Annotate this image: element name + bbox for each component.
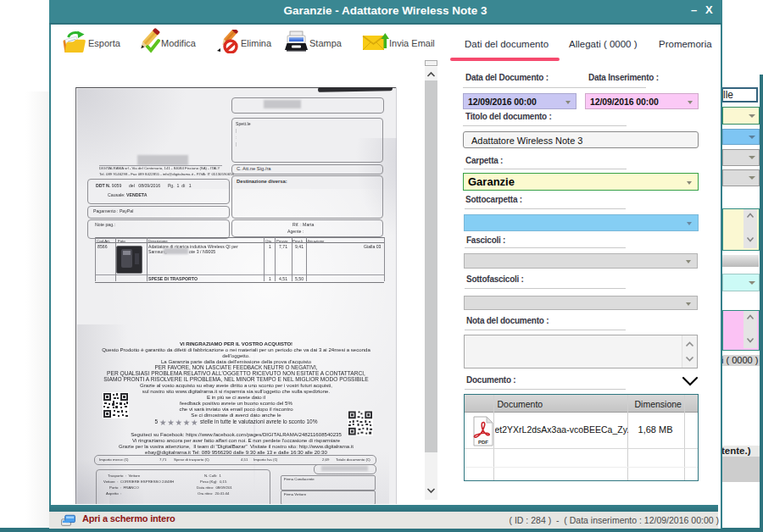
svg-text:PDF: PDF [478,440,488,445]
